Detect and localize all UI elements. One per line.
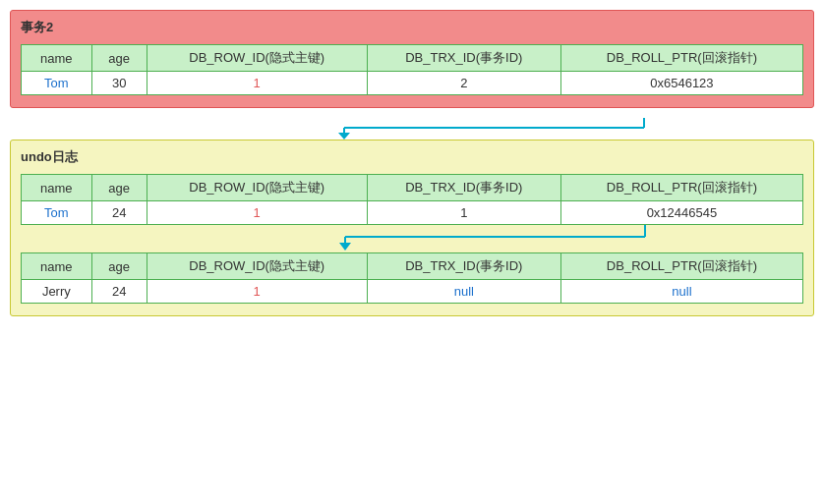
uth1-roll-ptr: DB_ROLL_PTR(回滚指针) [560, 175, 802, 201]
ucell1-age: 24 [91, 201, 147, 225]
th-name: name [22, 45, 92, 72]
uth2-roll-ptr: DB_ROLL_PTR(回滚指针) [560, 253, 802, 280]
uth1-age: age [91, 175, 147, 201]
table-row: Jerry 24 1 null null [22, 280, 803, 304]
ucell2-trx-id: null [367, 280, 560, 304]
arrow-connector-1 [10, 118, 814, 140]
th-row-id: DB_ROW_ID(隐式主键) [147, 45, 367, 72]
uth2-age: age [91, 253, 147, 280]
cell-row-id: 1 [147, 72, 367, 95]
th-age: age [91, 45, 147, 72]
th-trx-id: DB_TRX_ID(事务ID) [367, 45, 560, 72]
ucell2-roll-ptr: null [560, 280, 802, 304]
uth2-name: name [22, 253, 92, 280]
arrow-svg-1 [10, 118, 814, 140]
uth1-row-id: DB_ROW_ID(隐式主键) [147, 175, 367, 201]
arrow-svg-2 [21, 225, 797, 252]
table-row: Tom 24 1 1 0x12446545 [22, 201, 803, 225]
th-roll-ptr: DB_ROLL_PTR(回滚指针) [560, 45, 802, 72]
ucell2-age: 24 [91, 280, 147, 304]
ucell2-row-id: 1 [147, 280, 367, 304]
arrow-connector-2 [21, 225, 803, 252]
transaction-table: name age DB_ROW_ID(隐式主键) DB_TRX_ID(事务ID)… [21, 44, 803, 95]
cell-age: 30 [91, 72, 147, 95]
ucell1-roll-ptr: 0x12446545 [560, 201, 802, 225]
table-row: Tom 30 1 2 0x6546123 [22, 72, 803, 95]
cell-name: Tom [22, 72, 92, 95]
ucell1-row-id: 1 [147, 201, 367, 225]
undo-title: undo日志 [21, 148, 803, 166]
svg-marker-7 [339, 243, 351, 251]
cell-roll-ptr: 0x6546123 [560, 72, 802, 95]
cell-trx-id: 2 [367, 72, 560, 95]
undo-table-1: name age DB_ROW_ID(隐式主键) DB_TRX_ID(事务ID)… [21, 174, 803, 225]
ucell1-name: Tom [22, 201, 92, 225]
undo-box: undo日志 name age DB_ROW_ID(隐式主键) DB_TRX_I… [10, 140, 814, 316]
uth1-trx-id: DB_TRX_ID(事务ID) [367, 175, 560, 201]
uth2-row-id: DB_ROW_ID(隐式主键) [147, 253, 367, 280]
uth2-trx-id: DB_TRX_ID(事务ID) [367, 253, 560, 280]
transaction-box: 事务2 name age DB_ROW_ID(隐式主键) DB_TRX_ID(事… [10, 10, 814, 108]
svg-marker-3 [338, 133, 350, 140]
ucell2-name: Jerry [22, 280, 92, 304]
transaction-title: 事务2 [21, 19, 803, 36]
ucell1-trx-id: 1 [367, 201, 560, 225]
undo-table-2: name age DB_ROW_ID(隐式主键) DB_TRX_ID(事务ID)… [21, 252, 803, 304]
uth1-name: name [22, 175, 92, 201]
